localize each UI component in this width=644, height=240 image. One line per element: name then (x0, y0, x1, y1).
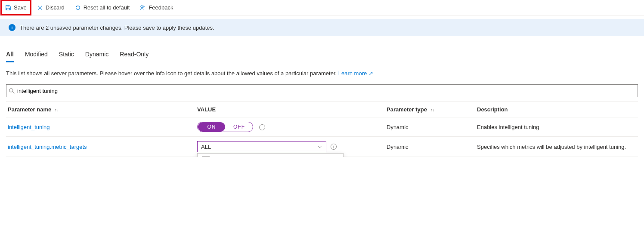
tab-modified[interactable]: Modified (25, 49, 48, 62)
col-header-desc[interactable]: Description (475, 102, 638, 117)
svg-point-0 (141, 5, 143, 7)
discard-button[interactable]: Discard (34, 1, 68, 14)
sort-icon: ↑↓ (430, 108, 435, 112)
info-icon: i (9, 24, 15, 31)
save-label: Save (14, 4, 27, 11)
tab-readonly[interactable]: Read-Only (120, 49, 149, 62)
search-icon (9, 88, 15, 94)
metric-targets-dropdown: STORAGE-BGWRITER_DELAY STORAGE-CHECKPOIN… (197, 153, 344, 157)
option-storage-bgwriter-delay[interactable]: STORAGE-BGWRITER_DELAY (198, 154, 343, 157)
reset-button[interactable]: Reset all to default (71, 1, 133, 14)
discard-icon (37, 5, 43, 11)
metric-targets-select[interactable]: ALL (197, 141, 326, 152)
external-link-icon: ↗ (368, 70, 373, 77)
info-icon[interactable]: i (331, 144, 337, 150)
parameters-table: Parameter name ↑↓ VALUE Parameter type ↑… (6, 102, 638, 157)
table-row: intelligent_tuning ON OFF i Dynamic Enab… (6, 117, 638, 137)
reset-icon (75, 5, 81, 11)
select-value: ALL (201, 144, 211, 150)
search-input[interactable] (17, 86, 635, 96)
tabs: All Modified Static Dynamic Read-Only (6, 49, 638, 62)
learn-more-link[interactable]: Learn more ↗ (338, 70, 373, 77)
checkbox[interactable] (202, 157, 210, 157)
feedback-icon (140, 5, 146, 11)
notification-bar: i There are 2 unsaved parameter changes.… (0, 19, 644, 36)
toggle-switch[interactable]: ON OFF (197, 122, 253, 132)
toolbar: Save Discard Reset all to default Feedba… (0, 0, 644, 15)
discard-label: Discard (46, 4, 65, 11)
tab-all[interactable]: All (6, 49, 14, 62)
param-name-link[interactable]: intelligent_tuning (8, 124, 50, 130)
toggle-off: OFF (226, 122, 253, 132)
col-header-name[interactable]: Parameter name ↑↓ (6, 102, 195, 117)
help-text: This list shows all server parameters. P… (6, 70, 638, 77)
save-button[interactable]: Save (2, 1, 30, 14)
toggle-on: ON (198, 122, 225, 132)
notification-text: There are 2 unsaved parameter changes. P… (20, 25, 214, 31)
info-icon[interactable]: i (259, 124, 265, 130)
tab-dynamic[interactable]: Dynamic (85, 49, 108, 62)
param-type: Dynamic (385, 117, 475, 137)
param-type: Dynamic (385, 137, 475, 157)
feedback-button[interactable]: Feedback (136, 1, 176, 14)
col-header-value[interactable]: VALUE (195, 102, 385, 117)
chevron-down-icon (317, 144, 322, 149)
tab-static[interactable]: Static (59, 49, 74, 62)
col-header-type[interactable]: Parameter type ↑↓ (385, 102, 475, 117)
sort-icon: ↑↓ (55, 108, 59, 112)
table-row: intelligent_tuning.metric_targets ALL i (6, 137, 638, 157)
svg-point-1 (9, 88, 13, 92)
param-desc: Specifies which metrics will be adjusted… (475, 137, 638, 157)
search-box[interactable] (6, 84, 638, 97)
param-desc: Enables intelligent tuning (475, 117, 638, 137)
save-icon (5, 5, 11, 11)
param-name-link[interactable]: intelligent_tuning.metric_targets (8, 144, 87, 150)
reset-label: Reset all to default (84, 4, 130, 11)
feedback-label: Feedback (149, 4, 173, 11)
